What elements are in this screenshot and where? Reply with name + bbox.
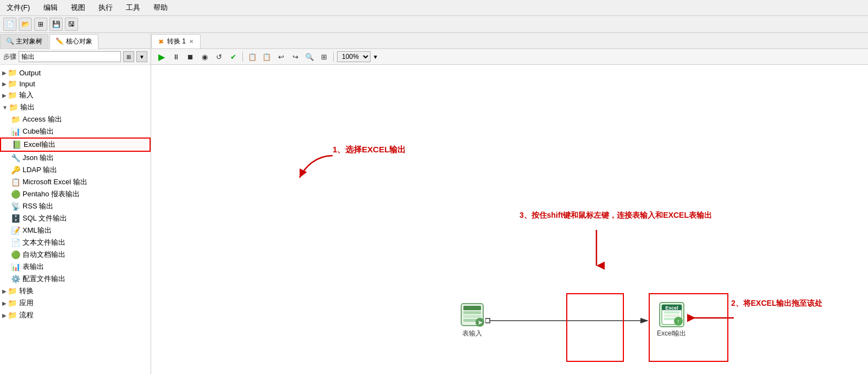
node-excel-output[interactable]: Excel ↑ Excel输出 bbox=[657, 301, 686, 338]
search-input[interactable] bbox=[19, 51, 121, 62]
folder-icon-input-cn: 📁 bbox=[8, 91, 17, 100]
tree-label-config-output: 配置文件输出 bbox=[23, 274, 65, 284]
tree-label-rss-output: RSS 输出 bbox=[23, 201, 53, 211]
zoom-select[interactable]: 50% 75% 100% 125% 150% 200% bbox=[337, 51, 371, 62]
tree-item-output-cn[interactable]: ▼ 📁 输出 bbox=[0, 101, 151, 113]
node-excel-output-label: Excel输出 bbox=[657, 329, 686, 338]
icon-access-output: 📁 bbox=[11, 115, 20, 124]
tree-item-table-output[interactable]: 📊 表输出 bbox=[0, 261, 151, 273]
menu-file[interactable]: 文件(F) bbox=[4, 2, 32, 14]
step-run-button[interactable]: ↺ bbox=[213, 51, 225, 63]
preview-button[interactable]: ◉ bbox=[198, 51, 211, 63]
tree-item-app[interactable]: ▶ 📁 应用 bbox=[0, 297, 151, 309]
node-table-input[interactable]: ➤ 表输入 bbox=[459, 301, 485, 338]
tree-container[interactable]: ▶ 📁 Output ▶ 📁 Input ▶ 📁 输入 ▼ 📁 输出 bbox=[0, 65, 151, 374]
stop-button[interactable]: ⏹ bbox=[184, 51, 196, 63]
folder-icon-output: 📁 bbox=[8, 68, 17, 77]
expand-app[interactable]: ▶ bbox=[2, 300, 7, 306]
tree-label-cube-output: Cube输出 bbox=[23, 127, 54, 136]
tree-item-input[interactable]: ▶ 📁 Input bbox=[0, 78, 151, 89]
tree-item-json-output[interactable]: 🔧 Json 输出 bbox=[0, 152, 151, 164]
folder-icon-input: 📁 bbox=[8, 79, 17, 88]
search-options-button[interactable]: ▼ bbox=[136, 51, 147, 62]
tab-core-objects[interactable]: ✏️ 核心对象 bbox=[49, 34, 98, 49]
tree-item-sql-output[interactable]: 🗄️ SQL 文件输出 bbox=[0, 212, 151, 224]
tab-core-objects-icon: ✏️ bbox=[56, 37, 65, 45]
icon-table-output: 📊 bbox=[11, 262, 20, 271]
svg-text:↑: ↑ bbox=[677, 318, 680, 324]
paste-button[interactable]: 📋 bbox=[261, 51, 273, 63]
tree-item-xml-output[interactable]: 📝 XML输出 bbox=[0, 224, 151, 237]
tree-item-ldap-output[interactable]: 🔑 LDAP 输出 bbox=[0, 164, 151, 176]
grid-button[interactable]: ⊞ bbox=[34, 18, 47, 31]
panel-tabs: 🔍 主对象树 ✏️ 核心对象 bbox=[0, 33, 151, 49]
save-button[interactable]: 💾 bbox=[49, 18, 63, 31]
tree-item-access-output[interactable]: 📁 Access 输出 bbox=[0, 113, 151, 125]
tree-label-input-cn: 输入 bbox=[19, 90, 34, 100]
red-arrow-1 bbox=[294, 150, 338, 183]
menu-view[interactable]: 视图 bbox=[69, 2, 87, 14]
expand-input[interactable]: ▶ bbox=[2, 81, 7, 87]
tree-item-auto-doc-output[interactable]: 🟢 自动文档输出 bbox=[0, 249, 151, 261]
tree-label-table-output: 表输出 bbox=[23, 262, 44, 272]
svg-text:➤: ➤ bbox=[478, 320, 483, 326]
expand-flow[interactable]: ▶ bbox=[2, 312, 7, 318]
tree-item-input-cn[interactable]: ▶ 📁 输入 bbox=[0, 89, 151, 101]
folder-icon-output-cn: 📁 bbox=[9, 103, 18, 112]
tab-main-objects[interactable]: 🔍 主对象树 bbox=[0, 34, 48, 48]
expand-output[interactable]: ▶ bbox=[2, 70, 7, 76]
undo-button[interactable]: ↩ bbox=[275, 51, 287, 63]
tree-label-app: 应用 bbox=[19, 298, 34, 308]
menubar: 文件(F) 编辑 视图 执行 工具 帮助 bbox=[0, 0, 868, 16]
tree-label-input: Input bbox=[19, 80, 35, 88]
tree-label-output-cn: 输出 bbox=[20, 102, 35, 112]
svg-rect-3 bbox=[463, 315, 481, 318]
pause-button[interactable]: ⏸ bbox=[170, 51, 182, 63]
tree-item-pentaho-output[interactable]: 🟢 Pentaho 报表输出 bbox=[0, 188, 151, 200]
icon-text-output: 📄 bbox=[11, 238, 20, 247]
tree-item-rss-output[interactable]: 📡 RSS 输出 bbox=[0, 200, 151, 212]
expand-convert[interactable]: ▶ bbox=[2, 288, 7, 294]
tree-item-config-output[interactable]: ⚙️ 配置文件输出 bbox=[0, 273, 151, 285]
tree-item-cube-output[interactable]: 📊 Cube输出 bbox=[0, 125, 151, 138]
menu-edit[interactable]: 编辑 bbox=[41, 2, 60, 14]
tree-label-output: Output bbox=[19, 69, 41, 77]
tab-transform1[interactable]: ✖ 转换 1 ✕ bbox=[151, 34, 201, 48]
redo-button[interactable]: ↪ bbox=[289, 51, 301, 63]
tab-transform1-close[interactable]: ✕ bbox=[189, 38, 193, 45]
icon-excel-output: 📗 bbox=[12, 140, 21, 149]
check-button[interactable]: ✔ bbox=[227, 51, 239, 63]
icon-json-output: 🔧 bbox=[11, 153, 20, 162]
zoom-dropdown-arrow: ▼ bbox=[373, 54, 378, 60]
svg-rect-1 bbox=[463, 306, 481, 310]
tree-item-ms-excel-output[interactable]: 📋 Microsoft Excel 输出 bbox=[0, 176, 151, 188]
expand-input-cn[interactable]: ▶ bbox=[2, 92, 7, 98]
tree-label-text-output: 文本文件输出 bbox=[23, 238, 65, 248]
tree-label-excel-output: Excel输出 bbox=[24, 140, 56, 150]
align-button[interactable]: ⊞ bbox=[318, 51, 330, 63]
tree-label-auto-doc-output: 自动文档输出 bbox=[23, 250, 65, 260]
menu-tools[interactable]: 工具 bbox=[124, 2, 142, 14]
icon-xml-output: 📝 bbox=[11, 226, 20, 235]
new-button[interactable]: 📄 bbox=[3, 18, 16, 31]
tree-item-text-output[interactable]: 📄 文本文件输出 bbox=[0, 237, 151, 249]
tree-item-convert[interactable]: ▶ 📁 转换 bbox=[0, 285, 151, 297]
tree-item-output[interactable]: ▶ 📁 Output bbox=[0, 67, 151, 78]
connection-line bbox=[485, 312, 656, 329]
expand-output-cn[interactable]: ▼ bbox=[2, 105, 8, 111]
annotation-select-excel: 1、选择EXCEL输出 bbox=[333, 145, 406, 155]
run-button[interactable]: ▶ bbox=[156, 51, 168, 63]
node-table-input-label: 表输入 bbox=[462, 329, 482, 338]
icon-pentaho-output: 🟢 bbox=[11, 190, 20, 199]
icon-config-output: ⚙️ bbox=[11, 274, 20, 283]
canvas-area[interactable]: 1、选择EXCEL输出 3、按住shift键和鼠标左键，连接表输入和EXCEL表… bbox=[151, 65, 868, 374]
search-clear-button[interactable]: ⊞ bbox=[123, 51, 134, 62]
open-button[interactable]: 📂 bbox=[19, 18, 32, 31]
tree-item-flow[interactable]: ▶ 📁 流程 bbox=[0, 309, 151, 321]
menu-run[interactable]: 执行 bbox=[96, 2, 115, 14]
tree-item-excel-output[interactable]: 📗 Excel输出 bbox=[0, 138, 151, 152]
save-all-button[interactable]: 🖫 bbox=[65, 18, 78, 31]
search-canvas-button[interactable]: 🔍 bbox=[303, 51, 316, 63]
copy-button[interactable]: 📋 bbox=[246, 51, 258, 63]
menu-help[interactable]: 帮助 bbox=[151, 2, 170, 14]
